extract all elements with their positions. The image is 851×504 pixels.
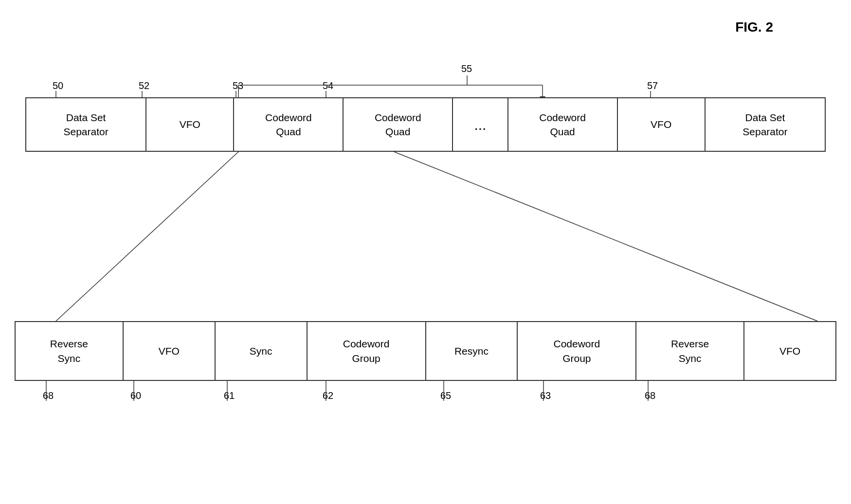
ref-63: 63 [540, 390, 551, 401]
block-codeword-quad-54: CodewordQuad [344, 97, 453, 152]
ref-53: 53 [233, 80, 243, 91]
block-dots: ... [453, 97, 508, 152]
ref-62: 62 [323, 390, 333, 401]
block-codeword-group-63: CodewordGroup [518, 321, 636, 381]
block-resync: Resync [426, 321, 518, 381]
ref-54: 54 [323, 80, 333, 91]
block-reverse-sync-right: ReverseSync [636, 321, 744, 381]
block-codeword-quad-55: CodewordQuad [508, 97, 618, 152]
block-sync: Sync [216, 321, 308, 381]
ref-65: 65 [440, 390, 451, 401]
ref-68b: 68 [645, 390, 655, 401]
block-vfo-57: VFO [618, 97, 706, 152]
ref-61: 61 [224, 390, 235, 401]
svg-line-11 [394, 152, 817, 321]
ref-57: 57 [647, 80, 658, 91]
block-vfo-bottom-right: VFO [744, 321, 836, 381]
block-vfo-bottom-left: VFO [124, 321, 216, 381]
ref-55: 55 [461, 63, 472, 74]
ref-50: 50 [53, 80, 63, 91]
ref-60: 60 [130, 390, 141, 401]
block-data-set-separator-left: Data SetSeparator [25, 97, 146, 152]
figure-title: FIG. 2 [735, 19, 773, 35]
ref-68a: 68 [43, 390, 54, 401]
block-codeword-group-62: CodewordGroup [308, 321, 426, 381]
block-reverse-sync-left: ReverseSync [15, 321, 124, 381]
block-codeword-quad-53: CodewordQuad [234, 97, 344, 152]
ref-52: 52 [139, 80, 149, 91]
block-vfo-left: VFO [146, 97, 234, 152]
block-data-set-separator-right: Data SetSeparator [706, 97, 826, 152]
diagram-svg: 50 52 53 54 55 57 68 60 61 62 65 63 68 [0, 0, 851, 504]
svg-line-10 [56, 152, 238, 321]
